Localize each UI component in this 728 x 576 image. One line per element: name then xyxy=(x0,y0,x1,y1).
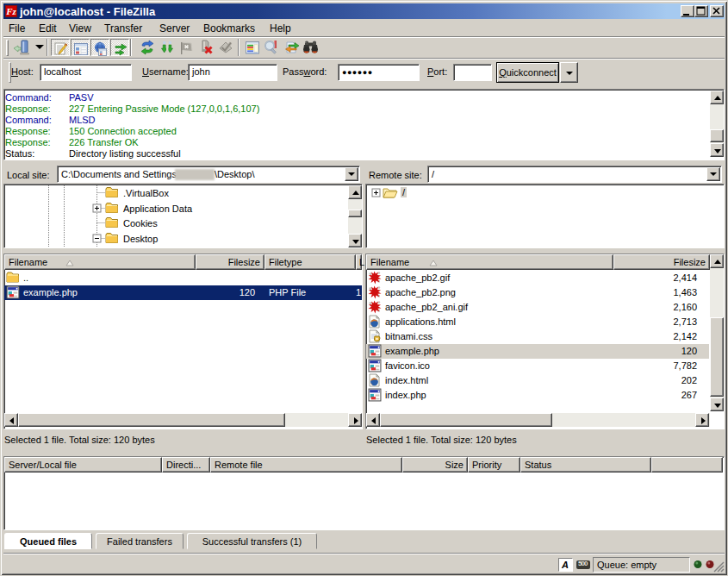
svg-text:Fz: Fz xyxy=(5,6,16,16)
